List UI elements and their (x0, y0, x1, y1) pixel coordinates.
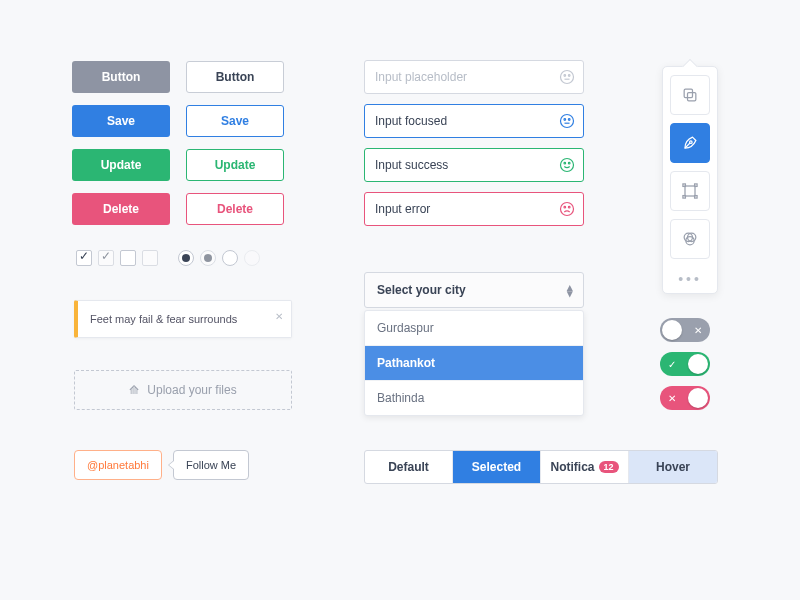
tab-notification[interactable]: Notifica 12 (541, 451, 629, 483)
follow-button[interactable]: Follow Me (173, 450, 249, 480)
svg-point-10 (564, 206, 566, 208)
select-placeholder: Select your city (377, 283, 466, 297)
face-smile-icon (559, 157, 575, 173)
update-button-outline[interactable]: Update (186, 149, 284, 181)
tool-palette: ••• (662, 66, 718, 294)
radio-unselected-faint[interactable] (244, 250, 260, 266)
tab-label: Notifica (550, 460, 594, 474)
delete-button[interactable]: Delete (72, 193, 170, 225)
svg-rect-13 (688, 93, 696, 101)
save-button[interactable]: Save (72, 105, 170, 137)
upload-icon: ⟰ (129, 384, 139, 396)
pill-caret-icon (168, 460, 174, 470)
tab-hover[interactable]: Hover (629, 451, 717, 483)
svg-point-2 (568, 75, 570, 77)
svg-point-9 (561, 203, 574, 216)
toggle-knob (688, 354, 708, 374)
svg-point-6 (561, 159, 574, 172)
save-button-outline[interactable]: Save (186, 105, 284, 137)
tab-default[interactable]: Default (365, 451, 453, 483)
checkbox-unchecked-muted[interactable] (142, 250, 158, 266)
dropdown-item-selected[interactable]: Pathankot (365, 346, 583, 381)
upload-label: Upload your files (147, 383, 236, 397)
dropdown-item-label: Pathankot (377, 356, 435, 370)
tab-label: Default (388, 460, 429, 474)
tab-selected[interactable]: Selected (453, 451, 541, 483)
alert-text: Feet may fail & fear surrounds (90, 313, 237, 325)
input-text: Input placeholder (375, 70, 467, 84)
delete-button-outline[interactable]: Delete (186, 193, 284, 225)
button-label: Update (215, 158, 256, 172)
button-label: Update (101, 158, 142, 172)
svg-rect-15 (685, 186, 695, 196)
follow-label: Follow Me (186, 459, 236, 471)
input-focused[interactable]: Input focused (364, 104, 584, 138)
toggle-off[interactable]: ✕ (660, 318, 710, 342)
tool-filters[interactable] (670, 219, 710, 259)
checkbox-unchecked[interactable] (120, 250, 136, 266)
radio-unselected[interactable] (222, 250, 238, 266)
button-default[interactable]: Button (72, 61, 170, 93)
button-label: Save (221, 114, 249, 128)
svg-rect-18 (683, 196, 686, 199)
city-dropdown: Gurdaspur Pathankot Bathinda (364, 310, 584, 416)
svg-rect-19 (695, 196, 698, 199)
toggle-on-success[interactable]: ✓ (660, 352, 710, 376)
toggle-knob (688, 388, 708, 408)
toggle-knob (662, 320, 682, 340)
checkbox-checked[interactable] (76, 250, 92, 266)
input-text: Input error (375, 202, 430, 216)
svg-point-11 (568, 206, 570, 208)
palette-more-icon[interactable]: ••• (678, 267, 702, 289)
button-label: Delete (217, 202, 253, 216)
dropdown-item[interactable]: Gurdaspur (365, 311, 583, 346)
alert-warning: Feet may fail & fear surrounds ✕ (74, 300, 292, 338)
input-success[interactable]: Input success (364, 148, 584, 182)
svg-rect-17 (695, 184, 698, 187)
svg-rect-12 (684, 89, 692, 97)
handle-pill[interactable]: @planetabhi (74, 450, 162, 480)
svg-point-3 (561, 115, 574, 128)
button-label: Save (107, 114, 135, 128)
dropdown-item[interactable]: Bathinda (365, 381, 583, 415)
tool-layers[interactable] (670, 75, 710, 115)
svg-point-7 (564, 162, 566, 164)
update-button[interactable]: Update (72, 149, 170, 181)
segmented-tabs: Default Selected Notifica 12 Hover (364, 450, 718, 484)
transform-icon (680, 181, 700, 201)
button-label: Button (216, 70, 255, 84)
check-icon: ✓ (668, 359, 676, 370)
checkbox-checked-muted[interactable] (98, 250, 114, 266)
button-label: Button (102, 70, 141, 84)
svg-point-14 (690, 141, 693, 144)
svg-rect-16 (683, 184, 686, 187)
venn-icon (680, 229, 700, 249)
face-frown-icon (559, 201, 575, 217)
city-select[interactable]: Select your city ▴▾ (364, 272, 584, 308)
layers-icon (680, 85, 700, 105)
face-neutral-icon (559, 113, 575, 129)
tab-label: Selected (472, 460, 521, 474)
radio-selected-muted[interactable] (200, 250, 216, 266)
radio-selected[interactable] (178, 250, 194, 266)
face-neutral-icon (559, 69, 575, 85)
upload-dropzone[interactable]: ⟰ Upload your files (74, 370, 292, 410)
x-icon: ✕ (694, 325, 702, 336)
svg-point-1 (564, 75, 566, 77)
handle-text: @planetabhi (87, 459, 149, 471)
toggle-on-danger[interactable]: ✕ (660, 386, 710, 410)
button-default-outline[interactable]: Button (186, 61, 284, 93)
tool-transform[interactable] (670, 171, 710, 211)
svg-point-0 (561, 71, 574, 84)
tab-label: Hover (656, 460, 690, 474)
input-placeholder[interactable]: Input placeholder (364, 60, 584, 94)
svg-point-4 (564, 119, 566, 121)
button-label: Delete (103, 202, 139, 216)
input-text: Input success (375, 158, 448, 172)
input-error[interactable]: Input error (364, 192, 584, 226)
x-icon: ✕ (668, 393, 676, 404)
tool-pen[interactable] (670, 123, 710, 163)
alert-close-icon[interactable]: ✕ (275, 311, 283, 322)
pen-icon (680, 133, 700, 153)
notification-badge: 12 (599, 461, 619, 473)
